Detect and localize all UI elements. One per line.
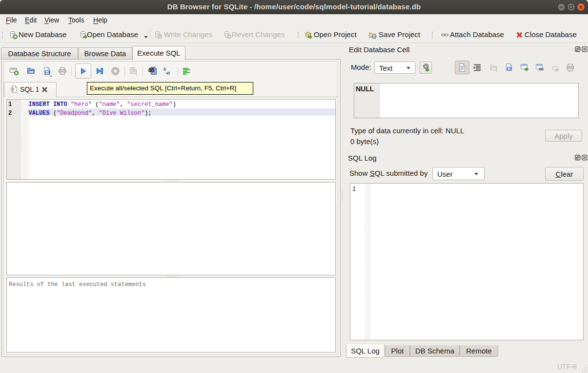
svg-text:a: a — [167, 69, 170, 76]
svg-text:b: b — [163, 66, 166, 72]
